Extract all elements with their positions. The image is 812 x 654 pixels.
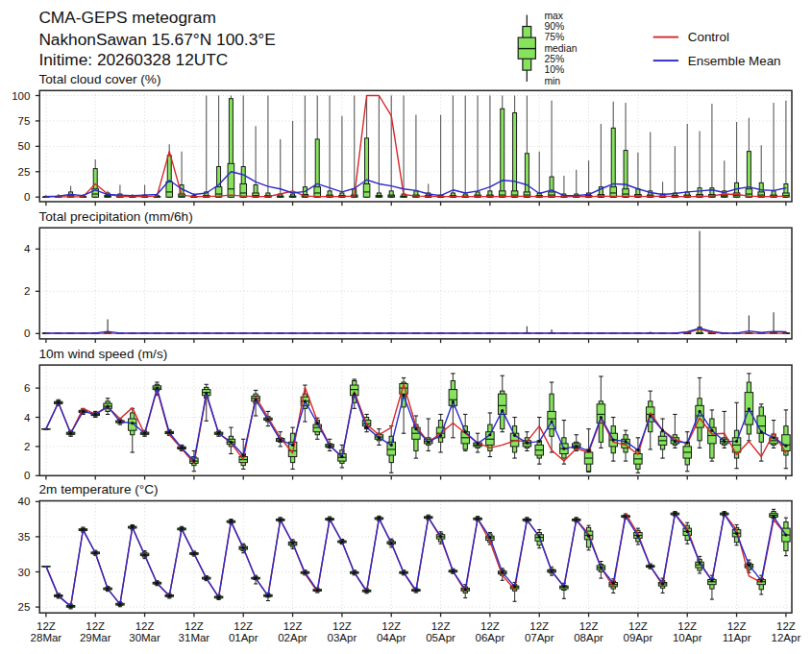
svg-text:03Apr: 03Apr: [328, 632, 357, 643]
svg-text:08Apr: 08Apr: [574, 632, 603, 643]
svg-text:Initime: 20260328 12UTC: Initime: 20260328 12UTC: [38, 50, 228, 69]
svg-text:0: 0: [24, 470, 30, 481]
svg-text:12Z: 12Z: [727, 620, 747, 632]
svg-text:12Z: 12Z: [776, 620, 796, 632]
svg-text:2m temperature (°C): 2m temperature (°C): [39, 482, 159, 497]
svg-text:05Apr: 05Apr: [426, 632, 455, 643]
svg-text:0: 0: [24, 191, 30, 203]
svg-text:90%: 90%: [544, 21, 564, 32]
svg-text:12Z: 12Z: [86, 620, 105, 632]
svg-text:35: 35: [18, 531, 31, 543]
svg-text:12Z: 12Z: [185, 620, 204, 632]
svg-text:30Mar: 30Mar: [129, 632, 160, 643]
svg-text:25: 25: [18, 601, 31, 613]
svg-text:10%: 10%: [544, 64, 564, 75]
svg-text:12Apr: 12Apr: [772, 632, 801, 643]
svg-text:12Z: 12Z: [135, 620, 155, 632]
svg-text:10m wind speed (m/s): 10m wind speed (m/s): [39, 347, 168, 361]
svg-text:100: 100: [12, 90, 30, 102]
svg-text:NakhonSawan 15.67°N 100.3°E: NakhonSawan 15.67°N 100.3°E: [38, 30, 275, 49]
svg-text:4: 4: [24, 243, 31, 254]
svg-text:50: 50: [18, 140, 31, 152]
svg-text:04Apr: 04Apr: [377, 632, 406, 643]
svg-text:2: 2: [24, 441, 30, 452]
svg-text:12Z: 12Z: [381, 620, 401, 632]
svg-text:Ensemble Mean: Ensemble Mean: [688, 54, 781, 68]
svg-text:29Mar: 29Mar: [80, 632, 111, 643]
svg-text:6: 6: [24, 382, 30, 394]
svg-text:max: max: [544, 11, 563, 21]
svg-text:30: 30: [18, 567, 31, 578]
svg-text:31Mar: 31Mar: [179, 632, 210, 643]
svg-text:09Apr: 09Apr: [624, 632, 653, 643]
svg-text:12Z: 12Z: [677, 620, 697, 632]
svg-text:min: min: [544, 76, 560, 86]
svg-text:2: 2: [24, 285, 30, 297]
svg-text:12Z: 12Z: [234, 620, 253, 632]
svg-text:12Z: 12Z: [628, 620, 648, 632]
svg-text:Control: Control: [688, 30, 729, 44]
svg-text:12Z: 12Z: [480, 620, 500, 632]
svg-text:CMA-GEPS meteogram: CMA-GEPS meteogram: [38, 8, 215, 27]
svg-text:12Z: 12Z: [283, 620, 303, 632]
svg-text:25%: 25%: [544, 54, 564, 64]
svg-text:4: 4: [24, 412, 31, 424]
svg-text:75%: 75%: [544, 32, 564, 42]
svg-text:06Apr: 06Apr: [476, 632, 505, 643]
svg-text:25: 25: [18, 166, 31, 178]
svg-text:12Z: 12Z: [37, 620, 56, 632]
svg-text:12Z: 12Z: [579, 620, 599, 632]
svg-text:01Apr: 01Apr: [229, 632, 258, 643]
svg-text:12Z: 12Z: [332, 620, 352, 632]
svg-text:12Z: 12Z: [529, 620, 549, 632]
svg-text:75: 75: [18, 115, 31, 127]
svg-text:Total precipitation (mm/6h): Total precipitation (mm/6h): [39, 209, 193, 224]
svg-text:12Z: 12Z: [431, 620, 451, 632]
svg-text:07Apr: 07Apr: [525, 632, 554, 643]
svg-text:28Mar: 28Mar: [31, 632, 62, 643]
svg-text:11Apr: 11Apr: [723, 632, 751, 643]
svg-text:02Apr: 02Apr: [278, 632, 308, 643]
svg-text:0: 0: [24, 327, 30, 339]
svg-text:40: 40: [18, 496, 31, 507]
svg-text:Total cloud cover (%): Total cloud cover (%): [39, 72, 161, 86]
svg-text:10Apr: 10Apr: [673, 632, 702, 643]
svg-text:median: median: [544, 43, 577, 54]
